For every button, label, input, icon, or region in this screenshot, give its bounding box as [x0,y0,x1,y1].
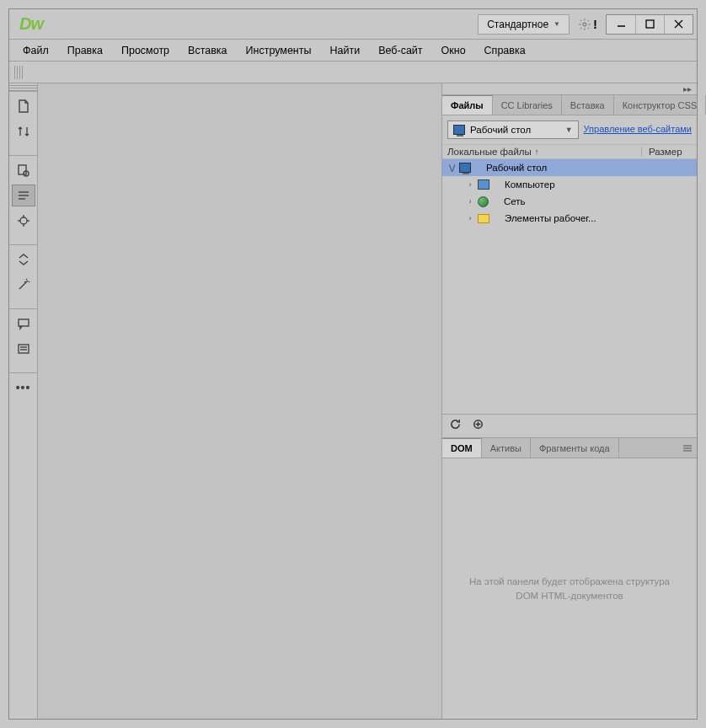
gear-icon [578,18,591,31]
tool-more[interactable]: ••• [12,377,35,399]
tree-row-network[interactable]: › Сеть [442,193,697,210]
document-tabstrip [9,62,697,83]
chevron-right-icon[interactable]: › [466,197,474,206]
toolbar-separator [9,302,37,309]
menu-site[interactable]: Веб-сайт [370,41,431,60]
menu-help[interactable]: Справка [476,41,534,60]
menu-insert[interactable]: Вставка [179,41,235,60]
tab-insert[interactable]: Вставка [562,95,614,115]
menu-edit[interactable]: Правка [59,41,111,60]
tree-label: Рабочий стол [486,163,547,173]
sort-up-icon: ↑ [535,147,539,156]
menubar: Файл Правка Просмотр Вставка Инструменты… [9,40,697,62]
svg-point-10 [20,217,27,224]
window-controls [606,14,693,35]
files-panel-tabs: Файлы CC Libraries Вставка Конструктор C… [442,95,697,115]
chevron-down-icon: ▼ [554,20,560,28]
menu-file[interactable]: Файл [14,41,57,60]
col-name-label: Локальные файлы [447,147,532,157]
tool-inspect[interactable] [12,159,35,181]
chevron-down-icon[interactable]: ⋁ [447,163,456,172]
svg-rect-2 [646,20,654,28]
toolbar-separator [9,149,37,156]
svg-rect-5 [19,165,26,174]
toolbar-separator [9,238,37,245]
panel-collapse-button[interactable]: ▸▸ [442,83,697,95]
menu-tools[interactable]: Инструменты [238,41,320,60]
tree-row-computer[interactable]: › Компьютер [442,176,697,193]
left-toolbar: ••• [9,83,38,719]
close-button[interactable] [664,15,693,34]
workspace-label: Стандартное [487,19,548,30]
tab-css-designer[interactable]: Конструктор CSS [614,95,706,115]
app-logo: Dw [13,14,50,34]
tool-expand[interactable] [12,249,35,270]
tree-label: Компьютер [505,179,555,190]
maximize-button[interactable] [635,15,664,34]
chevron-down-icon: ▼ [565,126,573,134]
site-selected-label: Рабочий стол [470,125,531,135]
sync-site-button[interactable] [472,418,484,434]
files-panel: Рабочий стол ▼ Управление веб-сайтами Ло… [442,115,697,437]
col-size-label: Размер [641,147,692,157]
tab-files[interactable]: Файлы [442,95,493,115]
refresh-button[interactable] [449,418,462,434]
files-panel-footer [442,414,697,437]
tool-swap[interactable] [12,120,35,142]
svg-rect-16 [19,345,29,353]
tree-row-desktop-items[interactable]: › Элементы рабочег... [442,210,697,227]
titlebar: Dw Стандартное ▼ ! [9,9,697,40]
tool-target[interactable] [12,210,35,232]
tree-label: Элементы рабочег... [505,213,596,223]
toolbar-grip[interactable] [9,83,37,92]
tab-assets[interactable]: Активы [482,438,531,458]
exclaim-icon: ! [593,17,597,31]
folder-icon [478,214,489,223]
tool-comment[interactable] [12,313,35,335]
chevron-right-icon[interactable]: › [466,214,474,222]
desktop-icon [453,125,465,135]
tab-snippets[interactable]: Фрагменты кода [531,438,619,458]
tool-live-view[interactable] [12,185,35,206]
menu-window[interactable]: Окно [433,41,474,60]
workspace-switcher[interactable]: Стандартное ▼ [478,14,570,35]
network-icon [478,196,489,207]
svg-rect-15 [19,319,29,326]
app-window: Dw Стандартное ▼ ! Файл Правка Просмотр … [0,0,706,728]
files-column-header[interactable]: Локальные файлы ↑ Размер [442,145,697,159]
dom-placeholder: На этой панели будет отображена структур… [442,458,697,719]
panel-menu-button[interactable] [678,438,697,458]
grip-icon[interactable] [14,66,23,79]
tool-list[interactable] [12,338,35,360]
menu-view[interactable]: Просмотр [113,41,178,60]
document-canvas [38,83,442,719]
site-dropdown[interactable]: Рабочий стол ▼ [447,120,579,139]
dom-panel: DOM Активы Фрагменты кода На этой панели… [442,437,697,719]
tree-row-root[interactable]: ⋁ Рабочий стол [442,159,697,176]
file-tree: ⋁ Рабочий стол › Компьютер › [442,159,697,414]
chevron-right-icon[interactable]: › [466,180,474,189]
toolbar-separator [9,367,37,373]
menu-find[interactable]: Найти [321,41,368,60]
right-panel-stack: ▸▸ Файлы CC Libraries Вставка Конструкто… [442,83,697,719]
tool-new-file[interactable] [12,95,35,117]
svg-point-0 [583,23,586,26]
tab-cc-libraries[interactable]: CC Libraries [493,95,562,115]
dom-panel-tabs: DOM Активы Фрагменты кода [442,438,697,458]
desktop-icon [459,163,471,173]
sync-settings-button[interactable]: ! [578,17,597,31]
manage-sites-link[interactable]: Управление веб-сайтами [584,124,692,135]
computer-icon [478,179,489,190]
tab-dom[interactable]: DOM [442,438,482,458]
minimize-button[interactable] [607,15,635,34]
tree-label: Сеть [504,196,526,206]
tool-wand[interactable] [12,274,35,296]
